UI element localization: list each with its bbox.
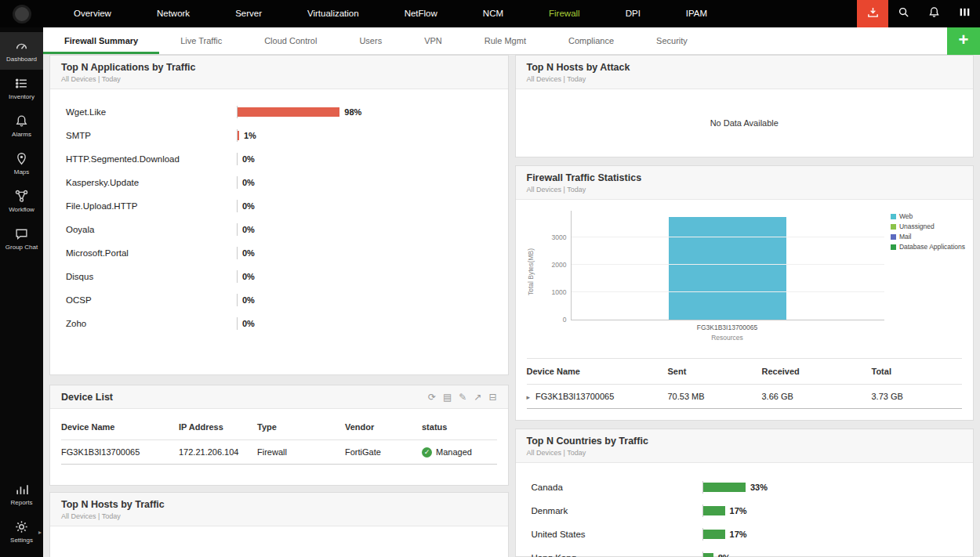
sidebar-item-group-chat[interactable]: Group Chat	[0, 220, 43, 258]
tab-users[interactable]: Users	[338, 27, 403, 54]
metric-label: File.Upload.HTTP	[66, 201, 237, 211]
expand-caret-icon[interactable]: ▸	[527, 393, 531, 401]
sidebar-item-workflow[interactable]: Workflow	[0, 183, 43, 220]
bar-zone: 0%	[237, 200, 497, 212]
card-subtitle: All Devices | Today	[61, 75, 497, 83]
value-percent: 0%	[242, 295, 255, 305]
app-traffic-row: Ooyala0%	[50, 218, 508, 241]
country-traffic-list: Canada33%Denmark17%United States17%Hong …	[516, 463, 974, 557]
download-button[interactable]	[857, 0, 888, 27]
cell: 3.66 GB	[762, 385, 872, 408]
tab-rule-mgmt[interactable]: Rule Mgmt	[463, 27, 547, 54]
cell: 172.21.206.104	[179, 440, 257, 464]
column-header: Sent	[668, 367, 762, 376]
tab-live-traffic[interactable]: Live Traffic	[159, 27, 243, 54]
sidebar-item-inventory[interactable]: Inventory	[0, 70, 43, 107]
status-label: Managed	[436, 440, 472, 464]
column-header: Device Name	[527, 367, 668, 376]
tab-security[interactable]: Security	[635, 27, 709, 54]
card-title: Top N Hosts by Attack	[527, 62, 963, 73]
column-header: IP Address	[179, 422, 257, 432]
value-percent: 98%	[344, 107, 361, 117]
x-category-label: FG3K1B3I13700065	[571, 324, 884, 331]
tab-compliance[interactable]: Compliance	[547, 27, 635, 54]
metric-label: Canada	[532, 483, 702, 492]
card-header: Top N Hosts by Attack All Devices | Toda…	[516, 56, 974, 89]
value-bar	[703, 483, 746, 492]
card-header: Device List ⟳▤✎↗⊟	[50, 385, 508, 409]
cell: ▸FG3K1B3I13700065	[527, 385, 668, 408]
app-traffic-row: Wget.Like98%	[50, 100, 508, 124]
card-title: Device List	[61, 392, 113, 403]
y-axis-tick: 0	[563, 316, 567, 324]
top-nav-item-netflow[interactable]: NetFlow	[382, 0, 460, 27]
top-nav-item-virtualization[interactable]: Virtualization	[285, 0, 382, 27]
sidebar-item-label: Group Chat	[5, 244, 38, 251]
export-icon[interactable]: ↗	[474, 392, 481, 402]
country-traffic-row: Canada33%	[516, 476, 974, 499]
app-logo[interactable]	[0, 5, 43, 24]
value-percent: 1%	[244, 131, 256, 140]
legend-label: Database Applications	[899, 243, 965, 251]
app-traffic-row: HTTP.Segmented.Download0%	[50, 147, 508, 171]
legend-swatch	[891, 234, 896, 240]
value-bar	[238, 107, 339, 117]
tab-list: Firewall SummaryLive TrafficCloud Contro…	[43, 27, 947, 54]
search-button[interactable]	[888, 0, 919, 27]
metric-label: United States	[532, 530, 702, 539]
legend-swatch	[891, 214, 896, 219]
metric-label: Disqus	[66, 272, 237, 281]
app-traffic-row: OCSP0%	[50, 288, 508, 312]
value-percent: 0%	[242, 225, 255, 234]
sidebar-item-alarms[interactable]: Alarms	[0, 107, 43, 145]
top-nav-item-ncm[interactable]: NCM	[460, 0, 526, 27]
column-header: Vendor	[345, 422, 422, 432]
value-percent: 0%	[242, 178, 255, 187]
right-column: Top N Hosts by Attack All Devices | Toda…	[515, 55, 975, 557]
sub-tab-bar: Firewall SummaryLive TrafficCloud Contro…	[43, 27, 980, 55]
card-top-countries: Top N Countries by Traffic All Devices |…	[515, 429, 975, 557]
sidebar-item-maps[interactable]: Maps	[0, 145, 43, 183]
traffic-table: Device NameSentReceivedTotal▸FG3K1B3I137…	[516, 358, 974, 409]
top-nav-item-firewall[interactable]: Firewall	[526, 0, 603, 27]
panel-toggle-button[interactable]	[949, 0, 980, 27]
refresh-icon[interactable]: ⟳	[428, 392, 436, 402]
delete-icon[interactable]: ⊟	[488, 392, 496, 402]
top-nav-item-overview[interactable]: Overview	[51, 0, 134, 27]
table-row[interactable]: FG3K1B3I13700065172.21.206.104FirewallFo…	[61, 440, 497, 465]
top-nav-item-ipam[interactable]: IPAM	[663, 0, 730, 27]
card-header: Top N Hosts by Traffic All Devices | Tod…	[50, 493, 508, 526]
top-nav-item-server[interactable]: Server	[212, 0, 285, 27]
tab-cloud-control[interactable]: Cloud Control	[243, 27, 338, 54]
top-nav-item-network[interactable]: Network	[134, 0, 212, 27]
logo-icon	[13, 5, 31, 24]
gear-icon	[15, 520, 28, 533]
bar-zone: 0%	[237, 153, 497, 165]
table-row[interactable]: ▸FG3K1B3I1370006570.53 MB3.66 GB3.73 GB	[527, 385, 963, 409]
notifications-button[interactable]	[919, 0, 949, 27]
sidebar-item-settings[interactable]: Settings▸	[0, 513, 43, 551]
legend-swatch	[891, 224, 896, 230]
sidebar-item-dashboard[interactable]: Dashboard	[0, 32, 43, 70]
download-icon	[867, 6, 879, 21]
card-header: Top N Applications by Traffic All Device…	[50, 56, 508, 89]
card-subtitle: All Devices | Today	[527, 75, 963, 83]
value-percent: 0%	[242, 272, 255, 281]
sidebar-item-label: Settings	[10, 537, 33, 544]
bar-zone: 0%	[237, 247, 497, 259]
add-dashboard-button[interactable]: +	[947, 27, 980, 55]
card-title: Firewall Traffic Statistics	[527, 172, 963, 183]
y-axis-label: Total Bytes(MB)	[527, 248, 535, 295]
country-traffic-row: Denmark17%	[516, 499, 974, 523]
top-nav-item-dpi[interactable]: DPI	[603, 0, 663, 27]
tab-vpn[interactable]: VPN	[403, 27, 463, 54]
report-icon[interactable]: ▤	[443, 392, 452, 402]
card-top-hosts-attack: Top N Hosts by Attack All Devices | Toda…	[515, 55, 975, 157]
sidebar-item-reports[interactable]: Reports	[0, 476, 43, 513]
device-name: FG3K1B3I13700065	[535, 392, 614, 401]
edit-icon[interactable]: ✎	[459, 392, 466, 402]
bar-zone: 17%	[702, 528, 963, 541]
gridline	[572, 237, 884, 237]
tab-firewall-summary[interactable]: Firewall Summary	[43, 27, 159, 54]
top-actions	[857, 0, 980, 27]
